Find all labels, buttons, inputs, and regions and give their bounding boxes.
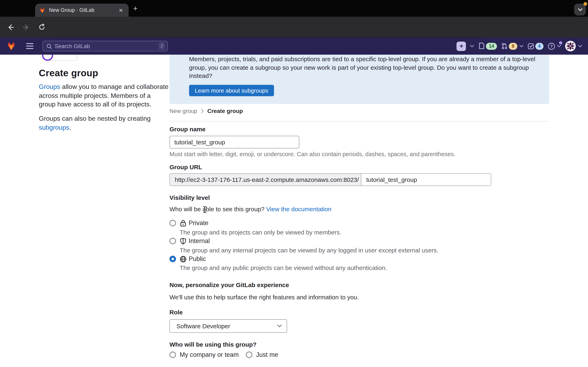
group-name-input[interactable] bbox=[169, 136, 299, 149]
group-url-input[interactable] bbox=[361, 174, 491, 185]
svg-text:?: ? bbox=[550, 44, 553, 48]
personalize-heading: Now, personalize your GitLab experience bbox=[169, 281, 289, 288]
shield-icon bbox=[180, 238, 187, 245]
search-shortcut-key: / bbox=[159, 42, 165, 50]
radio-private-label[interactable]: Private bbox=[189, 219, 208, 227]
gitlab-logo-icon[interactable] bbox=[6, 41, 16, 51]
view-documentation-link[interactable]: View the documentation bbox=[266, 206, 332, 212]
browser-tab[interactable]: New Group · GitLab ✕ bbox=[35, 4, 129, 17]
learn-more-subgroups-button[interactable]: Learn more about subgroups bbox=[189, 85, 274, 96]
back-button[interactable] bbox=[7, 23, 15, 31]
breadcrumb-current: Create group bbox=[207, 108, 243, 114]
page-content: Create group Groups allow you to manage … bbox=[0, 38, 588, 367]
issues-count-badge: 14 bbox=[486, 43, 497, 50]
tab-title: New Group · GitLab bbox=[49, 7, 117, 13]
forward-button[interactable] bbox=[22, 23, 30, 31]
lock-icon bbox=[180, 220, 187, 227]
gitlab-favicon-icon bbox=[39, 7, 45, 13]
screen: New Group · GitLab ✕ + Not Secure ec2-3-… bbox=[0, 0, 588, 367]
todos-counter[interactable]: 4 bbox=[527, 42, 544, 50]
help-icon: ? bbox=[548, 42, 555, 50]
who-label: Who will be using this group? bbox=[169, 341, 257, 348]
role-label: Role bbox=[169, 309, 183, 316]
groups-description: Groups allow you to manage and collabora… bbox=[39, 82, 168, 109]
public-description: The group and any public projects can be… bbox=[180, 264, 387, 271]
group-name-help: Must start with letter, digit, emoji, or… bbox=[169, 151, 456, 157]
breadcrumb: New group Create group bbox=[169, 108, 243, 114]
group-url-label: Group URL bbox=[169, 164, 202, 170]
chevron-down-icon[interactable] bbox=[470, 45, 474, 48]
personalize-subtext: We'll use this to help surface the right… bbox=[169, 294, 359, 300]
groups-link[interactable]: Groups bbox=[39, 83, 60, 90]
chevron-down-icon bbox=[578, 45, 582, 48]
radio-just-me[interactable] bbox=[246, 351, 252, 358]
radio-internal[interactable] bbox=[169, 238, 176, 244]
main-menu-hamburger-icon[interactable] bbox=[26, 43, 34, 49]
visibility-label: Visibility level bbox=[169, 194, 210, 201]
subgroups-link[interactable]: subgroups bbox=[39, 124, 69, 131]
radio-just-me-label[interactable]: Just me bbox=[256, 351, 278, 359]
merge-request-icon bbox=[501, 42, 508, 50]
todo-check-icon bbox=[527, 42, 534, 50]
issues-icon bbox=[478, 42, 485, 50]
breadcrumb-parent[interactable]: New group bbox=[169, 108, 197, 114]
chevron-down-icon bbox=[277, 325, 282, 327]
browser-toolbar: Not Secure ec2-3-137-176-117.us-east-2.c… bbox=[0, 17, 588, 38]
radio-company-or-team[interactable] bbox=[169, 351, 176, 358]
radio-public-label[interactable]: Public bbox=[189, 255, 206, 263]
visibility-question: Who will be able to see this group? View… bbox=[169, 206, 331, 212]
tab-search-button[interactable] bbox=[574, 4, 586, 16]
create-new-button[interactable]: + bbox=[457, 42, 466, 51]
subgroups-description: Groups can also be nested by creating su… bbox=[39, 114, 151, 132]
search-placeholder: Search GitLab bbox=[55, 43, 159, 49]
browser-tabstrip: New Group · GitLab ✕ + bbox=[0, 0, 588, 17]
chevron-down-icon bbox=[519, 45, 523, 48]
subgroup-info-banner: Members, projects, trials, and paid subs… bbox=[169, 55, 549, 104]
chevron-down-icon bbox=[578, 8, 582, 11]
tab-close-icon[interactable]: ✕ bbox=[117, 7, 125, 14]
group-url-prefix: http://ec2-3-137-176-117.us-east-2.compu… bbox=[170, 174, 361, 185]
role-select-value: Software Developer bbox=[176, 323, 277, 329]
globe-icon bbox=[180, 256, 187, 263]
radio-public[interactable] bbox=[169, 256, 176, 262]
role-select[interactable]: Software Developer bbox=[169, 319, 287, 333]
update-indicator-dot bbox=[584, 2, 587, 6]
group-name-label: Group name bbox=[169, 125, 206, 133]
internal-description: The group and any internal projects can … bbox=[180, 247, 438, 254]
radio-company-label[interactable]: My company or team bbox=[180, 351, 239, 359]
text-cursor bbox=[203, 206, 207, 215]
group-url-field: http://ec2-3-137-176-117.us-east-2.compu… bbox=[169, 173, 491, 186]
merge-requests-counter[interactable]: 8 bbox=[501, 42, 523, 50]
radio-internal-label[interactable]: Internal bbox=[189, 237, 210, 245]
banner-text: Members, projects, trials, and paid subs… bbox=[189, 55, 535, 80]
page-title: Create group bbox=[39, 68, 98, 79]
merge-requests-count-badge: 8 bbox=[509, 43, 517, 50]
private-description: The group and its projects can only be v… bbox=[180, 229, 341, 236]
section-divider bbox=[169, 121, 549, 122]
help-menu[interactable]: ? bbox=[548, 42, 561, 50]
chevron-down-icon bbox=[557, 45, 561, 48]
user-avatar bbox=[565, 41, 576, 51]
new-tab-button[interactable]: + bbox=[133, 5, 138, 12]
reload-button[interactable] bbox=[38, 23, 46, 31]
gitlab-navbar: Search GitLab / + 14 8 4 ? bbox=[0, 38, 588, 55]
breadcrumb-chevron-icon bbox=[201, 109, 204, 113]
help-notification-dot bbox=[559, 41, 562, 44]
issues-counter[interactable]: 14 bbox=[478, 42, 497, 50]
user-menu[interactable] bbox=[565, 41, 582, 51]
todos-count-badge: 4 bbox=[535, 43, 544, 50]
radio-private[interactable] bbox=[169, 220, 176, 226]
gitlab-search-box[interactable]: Search GitLab / bbox=[43, 41, 168, 51]
search-icon bbox=[47, 43, 52, 49]
